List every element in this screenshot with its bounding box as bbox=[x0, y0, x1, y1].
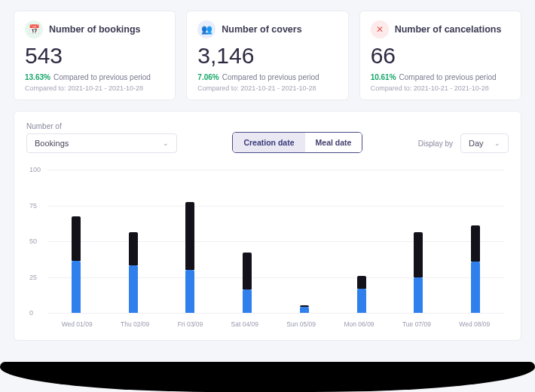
bar bbox=[414, 206, 423, 314]
y-tick: 100 bbox=[29, 166, 41, 173]
card-compare: 7.06%Compared to previous period bbox=[197, 73, 337, 81]
bar-segment-current bbox=[471, 262, 480, 313]
card-compare: 10.61%Compared to previous period bbox=[371, 73, 510, 81]
bar-segment-current bbox=[185, 270, 194, 313]
x-tick: Fri 03/09 bbox=[178, 320, 203, 328]
bar-segment-current bbox=[243, 289, 252, 313]
bar bbox=[300, 280, 309, 313]
x-tick: Wed 08/09 bbox=[459, 320, 490, 328]
bar-segment-previous bbox=[243, 253, 252, 289]
seg-creation-date[interactable]: Creation date bbox=[233, 133, 304, 152]
number-of-value: Bookings bbox=[35, 139, 69, 148]
bar-segment-current bbox=[129, 265, 138, 313]
chevron-down-icon: ⌄ bbox=[163, 139, 169, 147]
y-tick: 0 bbox=[29, 309, 33, 317]
x-tick: Sun 05/09 bbox=[286, 320, 316, 328]
card-range: Compared to: 2021-10-21 - 2021-10-28 bbox=[25, 84, 164, 92]
x-tick: Wed 01/09 bbox=[62, 320, 93, 328]
bar-segment-previous bbox=[185, 202, 194, 270]
x-icon: ✕ bbox=[371, 20, 389, 38]
stat-card: 📅 Number of bookings 543 13.63%Compared … bbox=[14, 11, 176, 100]
bar-segment-current bbox=[414, 277, 423, 313]
y-tick: 25 bbox=[29, 274, 37, 281]
x-tick: Mon 06/09 bbox=[344, 320, 374, 328]
stat-card: ✕ Number of cancelations 66 10.61%Compar… bbox=[359, 11, 521, 100]
chart-panel: Number of Bookings ⌄ Creation date Meal … bbox=[14, 111, 521, 341]
bar-segment-current bbox=[300, 307, 309, 313]
bar bbox=[72, 195, 81, 313]
bar-segment-previous bbox=[129, 232, 138, 265]
bar bbox=[185, 187, 194, 313]
x-tick: Thu 02/09 bbox=[121, 320, 149, 328]
x-tick: Tue 07/09 bbox=[402, 320, 431, 328]
bar bbox=[129, 206, 138, 314]
bar-segment-current bbox=[357, 289, 366, 313]
card-title: Number of covers bbox=[222, 24, 301, 35]
bar-segment-previous bbox=[414, 232, 423, 277]
card-value: 3,146 bbox=[197, 43, 337, 69]
bar bbox=[471, 201, 480, 313]
bar-segment-previous bbox=[471, 225, 480, 261]
decorative-shadow bbox=[0, 362, 535, 392]
card-value: 543 bbox=[25, 43, 164, 69]
number-of-select[interactable]: Bookings ⌄ bbox=[26, 133, 177, 153]
y-tick: 75 bbox=[29, 202, 37, 210]
display-by-label: Display by bbox=[418, 139, 453, 148]
card-title: Number of bookings bbox=[49, 24, 141, 35]
bar-segment-previous bbox=[72, 216, 81, 261]
bar bbox=[243, 220, 252, 314]
date-mode-segment: Creation date Meal date bbox=[232, 132, 362, 153]
chart-plot: 0255075100 Wed 01/09Thu 02/09Fri 03/09Sa… bbox=[47, 170, 504, 328]
card-value: 66 bbox=[371, 43, 510, 69]
seg-meal-date[interactable]: Meal date bbox=[305, 133, 362, 152]
number-of-label: Number of bbox=[26, 122, 177, 130]
users-icon: 👥 bbox=[197, 20, 216, 38]
card-compare: 13.63%Compared to previous period bbox=[25, 73, 164, 81]
bar bbox=[357, 240, 366, 313]
calendar-icon: 📅 bbox=[25, 20, 43, 38]
display-by-value: Day bbox=[469, 139, 484, 148]
card-range: Compared to: 2021-10-21 - 2021-10-28 bbox=[197, 84, 337, 92]
bar-segment-current bbox=[72, 261, 81, 313]
card-title: Number of cancelations bbox=[395, 24, 502, 35]
y-tick: 50 bbox=[29, 237, 37, 245]
bar-segment-previous bbox=[357, 276, 366, 289]
x-tick: Sat 04/09 bbox=[231, 320, 258, 328]
card-range: Compared to: 2021-10-21 - 2021-10-28 bbox=[371, 84, 510, 92]
display-by-select[interactable]: Day ⌄ bbox=[460, 133, 509, 153]
chevron-down-icon: ⌄ bbox=[494, 139, 500, 147]
stat-card: 👥 Number of covers 3,146 7.06%Compared t… bbox=[186, 11, 348, 100]
